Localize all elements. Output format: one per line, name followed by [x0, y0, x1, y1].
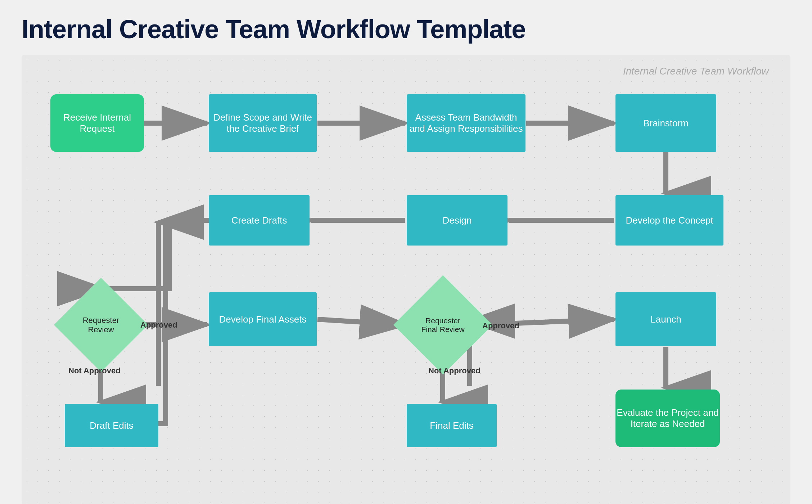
node-launch: Launch — [615, 292, 716, 346]
label-not-approved-1: Not Approved — [68, 366, 121, 375]
node-assess: Assess Team Bandwidth and Assign Respons… — [407, 94, 525, 152]
svg-line-11 — [317, 319, 405, 325]
node-define: Define Scope and Write the Creative Brie… — [209, 94, 317, 152]
node-develop-concept: Develop the Concept — [615, 195, 723, 246]
label-approved-2: Approved — [482, 321, 519, 330]
node-requester-review-diamond: Requester Review — [54, 278, 148, 372]
node-create-drafts: Create Drafts — [209, 195, 310, 246]
node-receive: Receive Internal Request — [50, 94, 144, 152]
node-brainstorm: Brainstorm — [615, 94, 716, 152]
diagram-container: Internal Creative Team Workflow — [22, 55, 790, 504]
label-not-approved-2: Not Approved — [428, 366, 481, 375]
node-evaluate: Evaluate the Project and Iterate as Need… — [615, 390, 720, 447]
node-requester-review-wrapper: Requester Review — [65, 289, 137, 361]
node-final-edits: Final Edits — [407, 404, 497, 447]
node-requester-final-wrapper: Requester Final Review — [405, 287, 481, 363]
label-approved-1: Approved — [140, 320, 177, 330]
workflow-canvas: Receive Internal Request Define Scope an… — [43, 73, 769, 487]
page-title: Internal Creative Team Workflow Template — [22, 14, 790, 44]
node-develop-final: Develop Final Assets — [209, 292, 317, 346]
node-draft-edits: Draft Edits — [65, 404, 158, 447]
node-design: Design — [407, 195, 508, 246]
node-requester-final-diamond: Requester Final Review — [393, 275, 492, 374]
